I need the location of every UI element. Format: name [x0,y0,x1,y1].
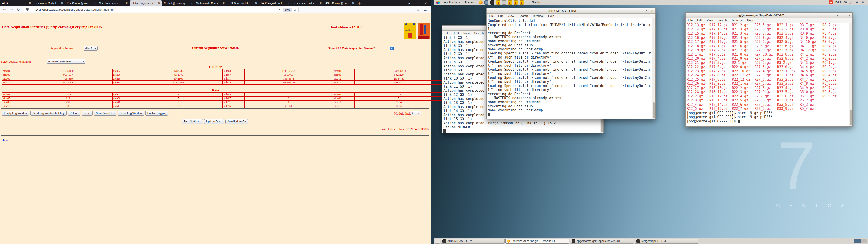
url-text[interactable]: localhost:8015/DataAcquisitionControl/Da… [35,8,276,11]
menu-file[interactable]: File [688,19,692,22]
tab-close-icon[interactable]: ✕ [126,2,128,5]
bookmark-star-icon[interactable]: ☆ [293,8,296,11]
menu-help[interactable]: Help [747,19,753,22]
send-log-window-to-elog-button[interactable]: Send Log Window to ELog [30,111,66,116]
centos-menu-icon[interactable] [436,1,440,4]
minimize-icon[interactable]: – [638,9,644,13]
tab-close-icon[interactable]: ✕ [29,2,31,5]
firefox-icon[interactable] [479,0,483,4]
menu-file[interactable]: File [489,14,494,18]
tab-close-icon[interactable]: ✕ [223,2,225,5]
maximize-icon[interactable]: ▫ [644,9,649,13]
show-log-window-button[interactable]: Show Log Window [118,111,144,116]
tab-close-icon[interactable]: ✕ [320,2,322,5]
browser-tab[interactable]: Spectrum Browser✕ [98,0,129,6]
reload-button[interactable]: Reload [68,111,81,116]
browser-tab[interactable]: Experiment Control✕ [33,0,65,6]
menu-edit[interactable]: Edit [454,31,459,35]
tape-title-bar[interactable]: npg@carme-gsi:/TapeData/G22-201 – ▫ ✕ [686,13,852,18]
browser-tab[interactable]: FADC Align & Cont✕ [259,0,291,6]
tab-close-icon[interactable]: ✕ [255,2,257,5]
file-manager-icon[interactable] [485,0,489,4]
volume-muted-icon[interactable]: ◀✕ [856,1,860,4]
overflow-menu-icon[interactable]: » [417,7,420,12]
browser-tab[interactable]: Statistics @ carme-✕ [130,0,162,6]
tab-close-icon[interactable]: ✕ [287,2,289,5]
browser-tab[interactable]: Temperature and st✕ [291,0,323,6]
new-tab-button[interactable]: + [358,1,361,5]
maximize-icon[interactable]: ▫ [841,13,846,17]
applications-menu[interactable]: Applications [443,1,461,4]
shield-icon[interactable] [26,8,29,11]
browser-tab[interactable]: Control @ carme-g✕ [162,0,194,6]
show-all-servers-checkbox[interactable]: ✓ [390,47,394,50]
aida-httpd-scrollbar[interactable] [652,18,655,119]
workspace-cell[interactable] [855,239,861,243]
browser-tab[interactable]: AIDA✕ [1,0,33,6]
zoom-level-chip[interactable]: 90% [283,8,291,12]
terminal-icon[interactable] [490,0,494,4]
reload-icon[interactable]: ↻ [17,8,20,12]
menu-edit[interactable]: Edit [697,19,702,22]
midas-icon[interactable] [520,0,524,4]
menu-view[interactable]: View [508,14,514,18]
notification-icon[interactable]: ≫ [829,0,833,4]
tape-scrollbar[interactable] [849,23,852,126]
empty-log-window-button[interactable]: Empty Log Window [2,111,29,116]
reader-mode-icon[interactable] [278,8,281,11]
menu-terminal[interactable]: Terminal [732,19,743,22]
midas-icon[interactable] [496,0,500,4]
module-index-select[interactable]: 0▼ [411,111,421,116]
menu-view[interactable]: View [707,19,713,22]
menu-search[interactable]: Search [519,14,528,18]
tape-terminal-output[interactable]: R12_13.gzR17_12.gzR21_2.gzR26_5.gzR32_1.… [686,23,849,126]
menu-file[interactable]: File [445,31,450,35]
tab-close-icon[interactable]: ✕ [93,2,96,5]
midas-icon[interactable] [514,0,518,4]
home-link[interactable]: Home [2,138,9,142]
clock[interactable]: Fri 11:08 [835,1,847,4]
menu-terminal[interactable]: Terminal [532,14,544,18]
close-icon[interactable]: ✕ [424,2,427,5]
update-once-button[interactable]: Update Once [204,119,224,124]
forward-icon[interactable]: → [10,8,13,12]
taskbar-button[interactable]: Merger/Tape HTTPd [635,239,699,244]
browser-tab[interactable]: GSI White Rabbit T✕ [227,0,259,6]
menu-help[interactable]: Help [548,14,554,18]
menu-view[interactable]: View [463,31,470,35]
autoupdate-on-button[interactable]: AutoUpdate On [225,119,248,124]
workspace-cell[interactable] [861,239,867,243]
tab-close-icon[interactable]: ✕ [190,2,193,5]
show-variables-button[interactable]: Show Variables [94,111,117,116]
menu-edit[interactable]: Edit [498,14,503,18]
reset-button[interactable]: Reset [82,111,93,116]
back-icon[interactable]: ← [3,8,6,12]
taskbar-button[interactable]: AIDA MIDAS HTTPd [441,239,504,244]
url-bar[interactable]: localhost:8015/DataAcquisitionControl/Da… [24,7,299,12]
power-icon[interactable]: ⏻ [862,1,866,4]
browser-tab[interactable]: ASIC Control @ car✕ [324,0,356,6]
close-icon[interactable]: ✕ [846,13,852,17]
page-info-icon[interactable] [31,8,33,11]
window-icon[interactable] [502,0,506,4]
midas-icon[interactable] [508,0,512,4]
taskbar-button[interactable]: Statistics @ carme-gsi — Mozilla Fir... [505,239,569,244]
show-desktop-button[interactable] [435,239,440,244]
aida-httpd-title-bar[interactable]: AIDA MIDAS HTTPd – ▫ ✕ [487,8,655,13]
active-app-label[interactable]: Firefox [530,1,541,4]
places-menu[interactable]: Places [464,1,474,4]
close-icon[interactable]: ✕ [649,9,655,13]
tab-close-icon[interactable]: ✕ [352,2,354,5]
zero-statistics-button[interactable]: Zero Statistics [182,119,203,124]
taskbar-button[interactable]: npg@carme-gsi:/TapeData/G22-201 [570,239,634,244]
maximize-icon[interactable]: ❐ [416,2,418,5]
menu-search[interactable]: Search [474,31,484,35]
network-icon[interactable]: ▂? [849,1,853,4]
tab-close-icon[interactable]: ✕ [61,2,63,5]
browser-tab[interactable]: System wide Check✕ [195,0,226,6]
hamburger-menu-icon[interactable]: ≡ [424,7,427,12]
aida-httpd-terminal-output[interactable]: RunControlClient loadedCompleted custom … [487,18,652,119]
enable-logging-button[interactable]: Enable Logging [145,111,168,116]
counter-select[interactable]: AIDA ADC data items▼ [47,59,86,64]
tab-close-icon[interactable]: ✕ [158,2,160,5]
